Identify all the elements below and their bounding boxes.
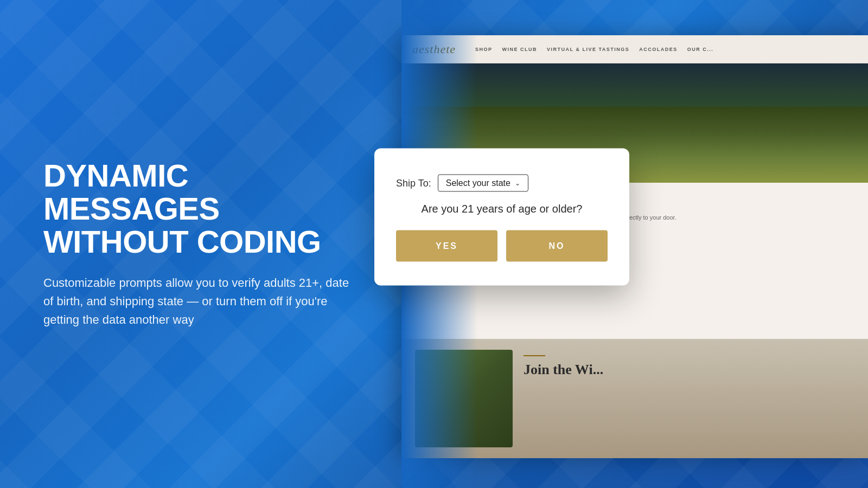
age-verification-modal: Ship To: Select your state ⌄ Are you 21 … xyxy=(374,149,629,286)
modal-state-select-text: Select your state xyxy=(446,178,510,188)
nav-accolades: ACCOLADES xyxy=(639,47,678,52)
chevron-down-icon: ⌄ xyxy=(515,179,520,187)
heading-line2: WITHOUT CODING xyxy=(43,223,321,259)
nav-tastings: VIRTUAL & LIVE TASTINGS xyxy=(547,47,629,52)
modal-buttons: YES NO xyxy=(396,230,608,262)
nav-links: SHOP WINE CLUB VIRTUAL & LIVE TASTINGS A… xyxy=(475,47,713,52)
modal-age-question: Are you 21 years of age or older? xyxy=(396,203,608,215)
subtext: Customizable prompts allow you to verify… xyxy=(43,273,358,329)
modal-state-select[interactable]: Select your state ⌄ xyxy=(438,175,528,192)
join-title: Join the Wi... xyxy=(524,362,603,378)
nav-more: OUR C... xyxy=(687,47,714,52)
heading-line1: DYNAMIC MESSAGES xyxy=(43,158,220,226)
join-content: Join the Wi... xyxy=(524,350,603,378)
modal-ship-label: Ship To: xyxy=(396,177,431,189)
nav-shop: SHOP xyxy=(475,47,493,52)
modal-no-button[interactable]: NO xyxy=(506,230,608,262)
join-divider xyxy=(524,355,545,356)
nav-wine-club: WINE CLUB xyxy=(502,47,538,52)
main-heading: DYNAMIC MESSAGES WITHOUT CODING xyxy=(43,159,358,259)
modal-yes-button[interactable]: YES xyxy=(396,230,497,262)
modal-ship-row: Ship To: Select your state ⌄ xyxy=(396,175,608,192)
left-content-section: DYNAMIC MESSAGES WITHOUT CODING Customiz… xyxy=(43,159,358,329)
